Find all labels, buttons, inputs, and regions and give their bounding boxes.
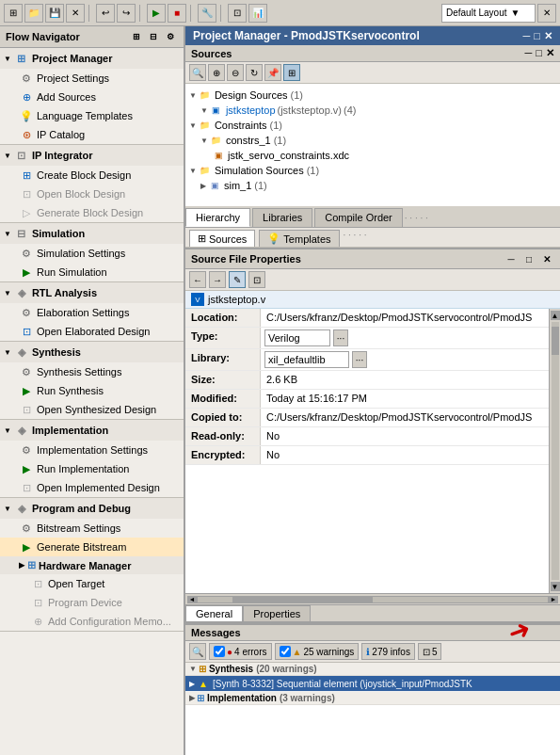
nav-expand-btn[interactable]: ⊟: [146, 29, 161, 44]
library-btn[interactable]: ···: [352, 351, 367, 368]
toolbar-btn-7[interactable]: 🔧: [198, 4, 216, 23]
nav-item-open-synthesized-design[interactable]: ⊡ Open Synthesized Design: [0, 400, 184, 419]
fp-forward-btn[interactable]: →: [209, 271, 226, 288]
pm-minimize-icon[interactable]: ─: [523, 30, 531, 42]
toolbar-btn-2[interactable]: 📁: [24, 4, 43, 23]
nav-item-elaboration-settings[interactable]: ⚙ Elaboration Settings: [0, 303, 184, 322]
toolbar-btn-stop[interactable]: ■: [168, 4, 186, 23]
fp-close-icon[interactable]: ✕: [539, 251, 554, 266]
nav-item-run-implementation[interactable]: ▶ Run Implementation: [0, 459, 184, 478]
tree-sim-sources[interactable]: ▼ 📁 Simulation Sources (1): [185, 163, 560, 178]
src-restore-icon[interactable]: □: [536, 47, 542, 59]
errors-checkbox[interactable]: [214, 646, 225, 657]
msg-section-synthesis[interactable]: ▼ ⊞ Synthesis (20 warnings): [185, 663, 560, 676]
scroll-down-btn[interactable]: ▼: [551, 582, 560, 591]
props-scrollbar[interactable]: ▲ ▼: [549, 309, 560, 593]
btab-properties[interactable]: Properties: [243, 605, 311, 621]
src-pin-btn[interactable]: 📌: [264, 64, 281, 81]
tree-design-sources[interactable]: ▼ 📁 Design Sources (1): [185, 88, 560, 103]
section-program-debug-header[interactable]: ▼ ◈ Program and Debug: [0, 498, 184, 519]
btab-general[interactable]: General: [185, 605, 243, 621]
nav-item-open-target[interactable]: ⊡ Open Target: [0, 574, 184, 593]
nav-item-ip-catalog[interactable]: ⊛ IP Catalog: [0, 125, 184, 144]
scroll-right-btn[interactable]: ►: [549, 596, 558, 603]
toolbar-btn-3[interactable]: 💾: [45, 4, 64, 23]
tree-jstk-top[interactable]: ▼ ▣ jstksteptop (jstksteptop.v) (4): [185, 103, 560, 118]
msg-extra-filter[interactable]: ⊡ 5: [418, 643, 442, 660]
fp-minimize-icon[interactable]: ─: [504, 251, 519, 266]
tree-constraints[interactable]: ▼ 📁 Constraints (1): [185, 118, 560, 133]
nav-item-synthesis-settings[interactable]: ⚙ Synthesis Settings: [0, 362, 184, 381]
subtab-templates[interactable]: 💡 Templates: [259, 230, 339, 247]
nav-item-simulation-settings[interactable]: ⚙ Simulation Settings: [0, 244, 184, 263]
nav-item-bitstream-settings[interactable]: ⚙ Bitstream Settings: [0, 519, 184, 538]
type-input[interactable]: [264, 329, 330, 346]
pm-restore-icon[interactable]: □: [534, 30, 540, 42]
msg-infos-filter[interactable]: ℹ 279 infos: [361, 643, 415, 660]
section-simulation-header[interactable]: ▼ ⊟ Simulation: [0, 223, 184, 244]
subtab-sources[interactable]: ⊞ Sources: [189, 230, 255, 247]
toolbar-btn-1[interactable]: ⊞: [4, 4, 23, 23]
h-scroll-thumb[interactable]: [232, 597, 373, 602]
msg-warnings-filter[interactable]: ▲ 25 warnings: [275, 643, 360, 660]
fp-view-btn[interactable]: ⊡: [248, 271, 265, 288]
toolbar-btn-8[interactable]: ⊡: [228, 4, 247, 23]
src-view-btn[interactable]: ⊞: [283, 64, 300, 81]
toolbar-btn-5[interactable]: ↩: [96, 4, 115, 23]
toolbar-btn-run[interactable]: ▶: [147, 4, 166, 23]
nav-item-open-implemented-design[interactable]: ⊡ Open Implemented Design: [0, 478, 184, 497]
tab-compile-order[interactable]: Compile Order: [314, 208, 403, 227]
nav-item-create-block-design[interactable]: ⊞ Create Block Design: [0, 166, 184, 185]
src-minimize-icon[interactable]: ─: [525, 47, 533, 59]
src-remove-btn[interactable]: ⊖: [227, 64, 244, 81]
src-close-icon[interactable]: ✕: [546, 47, 554, 59]
tree-xdc-file[interactable]: ▣ jstk_servo_constraints.xdc: [185, 148, 560, 163]
tree-constrs-1[interactable]: ▼ 📁 constrs_1 (1): [185, 133, 560, 148]
nav-item-run-synthesis[interactable]: ▶ Run Synthesis: [0, 381, 184, 400]
scroll-left-btn[interactable]: ◄: [187, 596, 197, 603]
src-refresh-btn[interactable]: ↻: [246, 64, 263, 81]
nav-item-project-settings[interactable]: ⚙ Project Settings: [0, 69, 184, 88]
nav-item-add-sources[interactable]: ⊕ Add Sources: [0, 88, 184, 106]
msg-item-synth-8-3332[interactable]: ▶ ▲ [Synth 8-3332] Sequential element (\…: [185, 676, 560, 692]
nav-collapse-btn[interactable]: ⊞: [129, 29, 144, 44]
warnings-checkbox[interactable]: [280, 646, 291, 657]
toolbar-btn-4[interactable]: ✕: [66, 4, 85, 23]
library-input[interactable]: [264, 351, 349, 368]
nav-item-program-device[interactable]: ⊡ Program Device: [0, 593, 184, 612]
src-search-btn[interactable]: 🔍: [189, 64, 206, 81]
tab-hierarchy[interactable]: Hierarchy: [185, 208, 250, 227]
pm-close-icon[interactable]: ✕: [544, 30, 552, 42]
nav-item-language-templates[interactable]: 💡 Language Templates: [0, 106, 184, 125]
section-project-manager-header[interactable]: ▼ ⊞ Project Manager: [0, 48, 184, 69]
section-ip-integrator-header[interactable]: ▼ ⊡ IP Integrator: [0, 145, 184, 166]
fp-back-btn[interactable]: ←: [189, 271, 206, 288]
scroll-thumb[interactable]: [552, 327, 559, 355]
section-rtl-analysis-header[interactable]: ▼ ◈ RTL Analysis: [0, 282, 184, 303]
nav-item-add-config-mem[interactable]: ⊕ Add Configuration Memo...: [0, 612, 184, 631]
layout-dropdown[interactable]: Default Layout ▼: [441, 4, 536, 23]
nav-item-hardware-manager[interactable]: ▶ ⊞ Hardware Manager: [0, 556, 184, 574]
section-synthesis-header[interactable]: ▼ ◈ Synthesis: [0, 342, 184, 362]
nav-item-run-simulation[interactable]: ▶ Run Simulation: [0, 263, 184, 281]
src-add-btn[interactable]: ⊕: [208, 64, 225, 81]
fp-edit-btn[interactable]: ✎: [229, 271, 246, 288]
tab-libraries[interactable]: Libraries: [252, 208, 312, 227]
fp-restore-icon[interactable]: □: [521, 251, 536, 266]
nav-settings-btn[interactable]: ⚙: [163, 29, 178, 44]
nav-item-open-block-design[interactable]: ⊡ Open Block Design: [0, 185, 184, 203]
tree-sim-1[interactable]: ▶ ▣ sim_1 (1): [185, 178, 560, 193]
type-btn[interactable]: ···: [333, 329, 348, 346]
nav-item-generate-bitstream[interactable]: ▶ Generate Bitstream: [0, 538, 184, 556]
msg-search-btn[interactable]: 🔍: [189, 643, 206, 660]
scroll-up-btn[interactable]: ▲: [551, 311, 560, 320]
nav-item-implementation-settings[interactable]: ⚙ Implementation Settings: [0, 441, 184, 459]
toolbar-btn-6[interactable]: ↪: [117, 4, 136, 23]
toolbar-btn-close[interactable]: ✕: [537, 4, 556, 23]
nav-item-generate-block-design[interactable]: ▷ Generate Block Design: [0, 203, 184, 222]
msg-section-implementation[interactable]: ▶ ⊞ Implementation (3 warnings): [185, 692, 560, 705]
toolbar-btn-9[interactable]: 📊: [248, 4, 267, 23]
msg-errors-filter[interactable]: ● 4 errors: [209, 643, 272, 660]
section-implementation-header[interactable]: ▼ ◈ Implementation: [0, 420, 184, 441]
nav-item-open-elaborated-design[interactable]: ⊡ Open Elaborated Design: [0, 322, 184, 341]
